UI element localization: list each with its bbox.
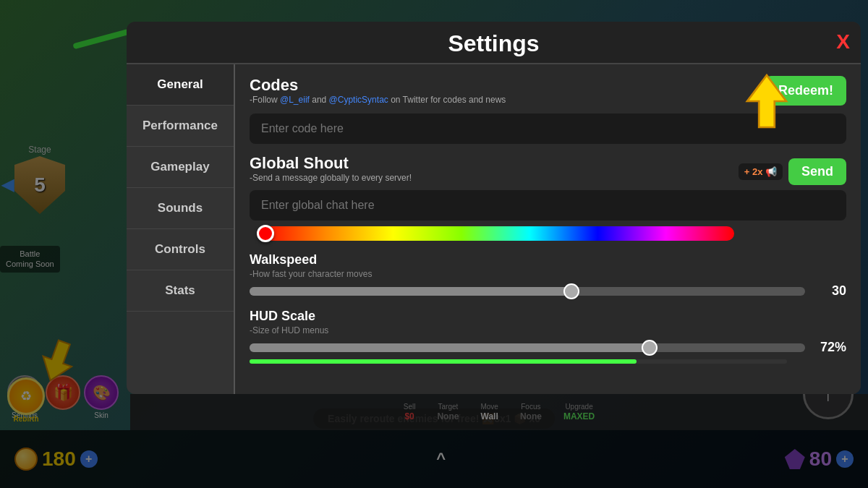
yellow-arrow-redeem bbox=[734, 69, 799, 134]
send-button[interactable]: Send bbox=[788, 158, 846, 185]
codes-subtitle-pre: -Follow bbox=[250, 95, 280, 105]
global-shout-subtitle: -Send a message globally to every server… bbox=[250, 173, 412, 183]
boost-badge: + 2x 📢 bbox=[739, 163, 783, 180]
walkspeed-slider-fill bbox=[250, 287, 571, 296]
hud-scale-slider-track[interactable] bbox=[250, 343, 805, 352]
global-shout-title-group: Global Shout -Send a message globally to… bbox=[250, 154, 412, 189]
walkspeed-slider-row: 30 bbox=[250, 283, 846, 299]
codes-mention1: @L_eiif bbox=[280, 95, 310, 105]
svg-marker-0 bbox=[747, 75, 786, 127]
hud-scale-slider-knob[interactable] bbox=[642, 340, 658, 356]
codes-subtitle-post: on Twitter for codes and news bbox=[388, 95, 506, 105]
hud-progress-bar-fill bbox=[250, 359, 637, 364]
walkspeed-slider-knob[interactable] bbox=[563, 283, 579, 299]
hud-scale-desc: -Size of HUD menus bbox=[250, 325, 846, 335]
hud-scale-setting: HUD Scale -Size of HUD menus 72% bbox=[250, 309, 846, 364]
codes-mention2: @CypticSyntac bbox=[329, 95, 388, 105]
nav-item-gameplay[interactable]: Gameplay bbox=[127, 147, 234, 188]
modal-nav: General Performance Gameplay Sounds Cont… bbox=[127, 64, 235, 394]
nav-item-controls[interactable]: Controls bbox=[127, 229, 234, 270]
nav-item-general[interactable]: General bbox=[127, 64, 234, 106]
codes-subtitle-mid: and bbox=[310, 95, 329, 105]
hud-scale-value: 72% bbox=[814, 340, 846, 355]
walkspeed-label: Walkspeed bbox=[250, 252, 846, 267]
global-shout-title: Global Shout bbox=[250, 154, 412, 173]
walkspeed-setting: Walkspeed -How fast your character moves… bbox=[250, 252, 846, 299]
hud-scale-slider-row: 72% bbox=[250, 340, 846, 355]
modal-title: Settings bbox=[127, 22, 861, 64]
global-shout-header: Global Shout -Send a message globally to… bbox=[250, 154, 846, 189]
hud-progress-bar-track bbox=[250, 359, 787, 364]
color-slider-container bbox=[250, 226, 846, 241]
color-slider-handle[interactable] bbox=[257, 225, 274, 242]
global-shout-controls: + 2x 📢 Send bbox=[739, 158, 846, 185]
color-slider[interactable] bbox=[257, 226, 734, 241]
nav-item-sounds[interactable]: Sounds bbox=[127, 188, 234, 229]
global-chat-input[interactable] bbox=[250, 190, 846, 221]
walkspeed-slider-track[interactable] bbox=[250, 287, 805, 296]
codes-subtitle: -Follow @L_eiif and @CypticSyntac on Twi… bbox=[250, 95, 506, 105]
nav-item-performance[interactable]: Performance bbox=[127, 106, 234, 147]
nav-item-stats[interactable]: Stats bbox=[127, 270, 234, 312]
hud-scale-slider-fill bbox=[250, 343, 650, 352]
hud-scale-label: HUD Scale bbox=[250, 309, 846, 324]
codes-title-group: Codes -Follow @L_eiif and @CypticSyntac … bbox=[250, 76, 506, 111]
walkspeed-value: 30 bbox=[814, 283, 846, 299]
close-button[interactable]: X bbox=[836, 30, 850, 53]
walkspeed-desc: -How fast your character moves bbox=[250, 269, 846, 279]
codes-title: Codes bbox=[250, 76, 506, 95]
